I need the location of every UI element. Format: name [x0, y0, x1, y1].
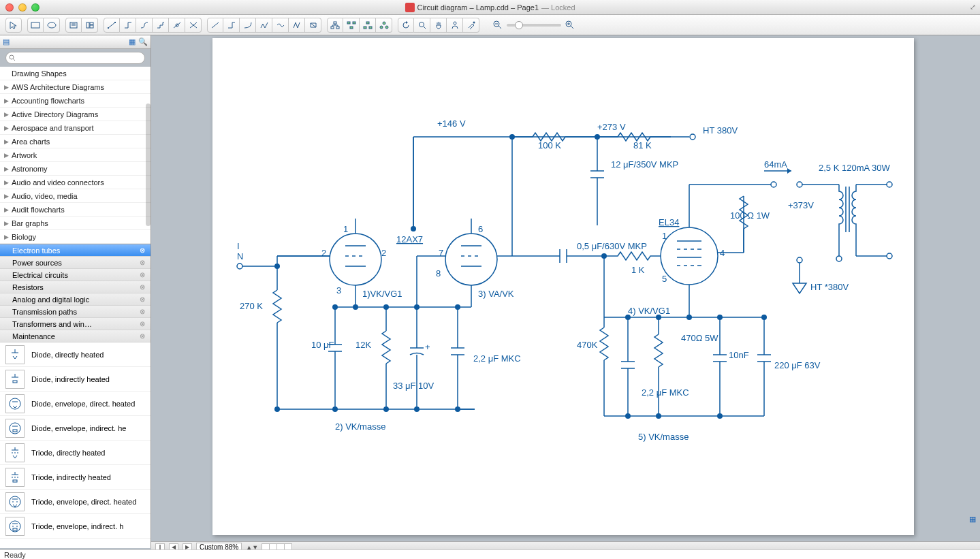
zoom-out-icon[interactable]: [493, 20, 503, 30]
category-item[interactable]: ▶Accounting flowcharts: [0, 94, 151, 108]
svg-rect-7: [90, 25, 93, 28]
slider-thumb[interactable]: [515, 21, 523, 29]
subcategory-item[interactable]: Analog and digital logic⊗: [0, 293, 151, 306]
category-item[interactable]: ▶AWS Architecture Diagrams: [0, 80, 151, 94]
svg-text:100 Ω 1W: 100 Ω 1W: [730, 210, 770, 221]
close-icon[interactable]: ⊗: [140, 259, 145, 266]
close-icon[interactable]: ⊗: [140, 283, 145, 291]
svg-text:33 μF 10V: 33 μF 10V: [393, 381, 434, 391]
line-4-button[interactable]: [256, 18, 272, 33]
canvas-settings-icon[interactable]: ▦: [969, 515, 976, 524]
tree-4-button[interactable]: [376, 18, 392, 33]
line-3-button[interactable]: [240, 18, 256, 33]
connector-4-button[interactable]: [153, 18, 169, 33]
svg-point-22: [380, 26, 383, 29]
subcategory-item[interactable]: Electrical circuits⊗: [0, 269, 151, 281]
svg-text:2: 2: [381, 248, 386, 258]
shape-item[interactable]: Diode, indirectly heated: [0, 367, 151, 392]
shape-item[interactable]: Triode, directly heated: [0, 441, 151, 465]
fullscreen-icon[interactable]: ⤢: [970, 3, 976, 12]
shape-list[interactable]: Diode, directly heatedDiode, indirectly …: [0, 342, 151, 548]
connector-2-button[interactable]: [120, 18, 136, 33]
pan-tool-button[interactable]: [430, 18, 447, 33]
close-icon[interactable]: ⊗: [140, 308, 145, 315]
person-tool-button[interactable]: [447, 18, 463, 33]
close-icon[interactable]: ⊗: [140, 320, 145, 328]
svg-text:100 K: 100 K: [538, 140, 561, 150]
library-search-input[interactable]: [5, 52, 145, 64]
text-tool-button[interactable]: [65, 18, 82, 33]
close-window-button[interactable]: [5, 3, 14, 12]
close-icon[interactable]: ⊗: [140, 296, 145, 303]
shape-item[interactable]: Triode, indirectly heated: [0, 465, 151, 490]
connector-6-button[interactable]: [185, 18, 202, 33]
zoom-in-icon[interactable]: [565, 20, 575, 30]
tree-tab-icon[interactable]: ▤: [3, 37, 10, 46]
svg-text:HT *380V: HT *380V: [810, 282, 849, 292]
close-icon[interactable]: ⊗: [140, 246, 145, 254]
close-icon[interactable]: ⊗: [140, 332, 145, 340]
tree-2-button[interactable]: [343, 18, 360, 33]
shape-item[interactable]: Diode, directly heated: [0, 342, 151, 367]
tree-3-button[interactable]: [360, 18, 376, 33]
category-item[interactable]: ▶Aerospace and transport: [0, 121, 151, 135]
connector-1-button[interactable]: [104, 18, 120, 33]
subcategory-item[interactable]: Electron tubes⊗: [0, 244, 151, 257]
zoom-tool-button[interactable]: [414, 18, 430, 33]
svg-text:10 μF: 10 μF: [311, 340, 334, 350]
status-bar: Ready: [0, 549, 980, 559]
traffic-lights: [0, 3, 39, 12]
shape-item[interactable]: Diode, envelope, indirect. he: [0, 416, 151, 441]
minimize-window-button[interactable]: [18, 3, 27, 12]
subcategory-list[interactable]: Electron tubes⊗Power sources⊗Electrical …: [0, 244, 151, 342]
subcategory-item[interactable]: Power sources⊗: [0, 257, 151, 269]
line-1-button[interactable]: [207, 18, 223, 33]
category-item[interactable]: ▶Audio, video, media: [0, 189, 151, 203]
slider-track[interactable]: [507, 24, 561, 27]
rect-tool-button[interactable]: [27, 18, 44, 33]
connector-3-button[interactable]: [136, 18, 153, 33]
ellipse-tool-button[interactable]: [44, 18, 60, 33]
category-item[interactable]: ▶Artwork: [0, 148, 151, 162]
subcategory-item[interactable]: Resistors⊗: [0, 281, 151, 293]
line-5-button[interactable]: [272, 18, 289, 33]
tube-icon: [5, 443, 25, 462]
category-item[interactable]: ▶Bar graphs: [0, 217, 151, 230]
line-7-button[interactable]: [305, 18, 321, 33]
tube-icon: [5, 517, 25, 536]
category-item[interactable]: ▶Area charts: [0, 135, 151, 148]
category-item[interactable]: ▶Audit flowcharts: [0, 203, 151, 217]
drawing-page[interactable]: +: [212, 38, 914, 535]
line-6-button[interactable]: [289, 18, 305, 33]
subcategory-item[interactable]: Transmission paths⊗: [0, 306, 151, 318]
category-item[interactable]: ▶Drawing Shapes: [0, 67, 151, 80]
category-item[interactable]: ▶Biology: [0, 230, 151, 244]
subcategory-item[interactable]: Transformers and win…⊗: [0, 318, 151, 330]
layout-tool-button[interactable]: [82, 18, 98, 33]
line-2-button[interactable]: [223, 18, 240, 33]
category-list[interactable]: ▶Drawing Shapes▶AWS Architecture Diagram…: [0, 67, 151, 244]
title-bar: Circuit diagram – Lamp.cdd – Page1 — Loc…: [0, 0, 980, 15]
tree-1-button[interactable]: [327, 18, 343, 33]
shape-item[interactable]: Triode, envelope, direct. heated: [0, 490, 151, 514]
category-item[interactable]: ▶Audio and video connectors: [0, 176, 151, 189]
canvas-area[interactable]: +: [151, 35, 980, 543]
scrollbar[interactable]: [146, 103, 151, 226]
arrow-tool-button[interactable]: [5, 18, 22, 33]
zoom-window-button[interactable]: [31, 3, 39, 12]
shape-item[interactable]: Diode, envelope, direct. heated: [0, 392, 151, 416]
subcategory-item[interactable]: Maintenance⊗: [0, 330, 151, 342]
svg-rect-17: [350, 27, 353, 29]
refresh-button[interactable]: [398, 18, 414, 33]
grid-tab-icon[interactable]: ▦: [129, 37, 136, 46]
eyedropper-tool-button[interactable]: [463, 18, 479, 33]
svg-text:I: I: [237, 241, 240, 251]
search-tab-icon[interactable]: 🔍: [138, 37, 148, 46]
zoom-slider[interactable]: [493, 20, 575, 30]
svg-rect-13: [331, 27, 334, 29]
shape-item[interactable]: Triode, envelope, indirect. h: [0, 514, 151, 539]
close-icon[interactable]: ⊗: [140, 271, 145, 278]
connector-5-button[interactable]: [169, 18, 185, 33]
category-item[interactable]: ▶Astronomy: [0, 162, 151, 176]
category-item[interactable]: ▶Active Directory Diagrams: [0, 108, 151, 121]
